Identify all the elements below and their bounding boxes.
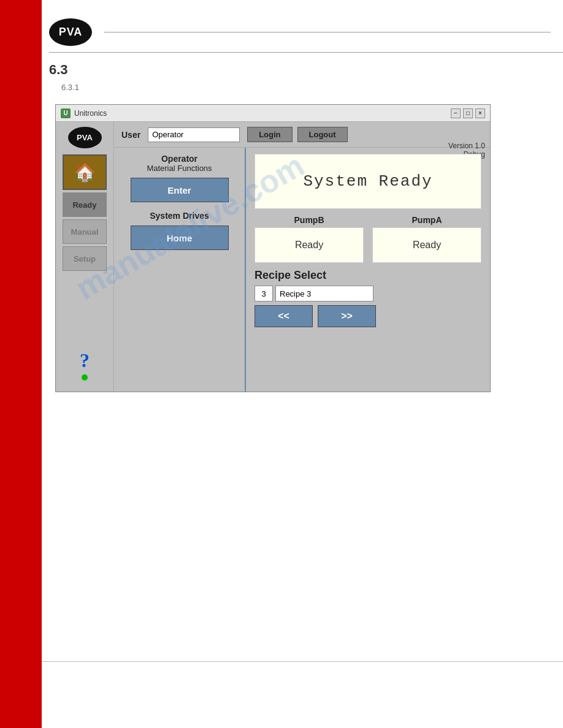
- pump-b-column: PumpB Ready: [255, 215, 364, 263]
- app-icon: U: [61, 108, 71, 118]
- title-bar: U Unitronics − □ ×: [56, 105, 490, 122]
- red-accent-bottom: [0, 605, 42, 728]
- content-area: Operator Material Functions Enter System…: [114, 148, 490, 392]
- pump-a-label: PumpA: [412, 215, 442, 225]
- operator-title-line1: Operator: [121, 154, 237, 164]
- window-sidebar: PVA 🏠 Ready Manual Setup ?: [56, 122, 114, 392]
- home-icon: 🏠: [74, 162, 96, 183]
- recipe-input-row: 3: [255, 286, 481, 301]
- operator-section: Operator Material Functions Enter: [121, 154, 237, 202]
- sidebar-manual-label: Manual: [71, 227, 99, 237]
- home-button[interactable]: 🏠: [63, 154, 107, 190]
- recipe-title: Recipe Select: [255, 269, 481, 282]
- sidebar-item-ready[interactable]: Ready: [63, 192, 107, 217]
- recipe-number: 3: [255, 286, 273, 301]
- pumps-row: PumpB Ready PumpA Ready: [255, 215, 481, 263]
- recipe-prev-button[interactable]: <<: [255, 305, 313, 327]
- sidebar-ready-label: Ready: [72, 200, 96, 210]
- maximize-button[interactable]: □: [463, 108, 473, 118]
- close-button[interactable]: ×: [475, 108, 485, 118]
- pump-b-status: Ready: [255, 227, 364, 263]
- recipe-section: Recipe Select 3 << >>: [255, 269, 481, 327]
- sidebar-pva-logo: PVA: [68, 127, 102, 148]
- enter-button[interactable]: Enter: [131, 178, 229, 202]
- system-drives-section: System Drives Home: [121, 211, 237, 250]
- pump-b-label: PumpB: [294, 215, 324, 225]
- minimize-button[interactable]: −: [451, 108, 461, 118]
- pva-logo: PVA: [49, 18, 92, 46]
- status-indicator: [82, 374, 88, 381]
- pump-a-column: PumpA Ready: [372, 215, 481, 263]
- sub-heading: 6.3.1: [49, 83, 563, 92]
- window-controls: − □ ×: [451, 108, 485, 118]
- logo-text: PVA: [59, 26, 83, 39]
- user-input[interactable]: [148, 127, 240, 142]
- sidebar-item-manual[interactable]: Manual: [63, 219, 107, 244]
- pump-a-status-text: Ready: [413, 240, 441, 251]
- system-ready-box: System Ready: [255, 154, 481, 209]
- page-header: PVA: [49, 12, 563, 53]
- left-panel: Operator Material Functions Enter System…: [114, 148, 246, 392]
- recipe-name-input[interactable]: [275, 286, 373, 301]
- window-main-content: User Login Logout Operator: [114, 122, 490, 392]
- user-buttons: Login Logout: [247, 127, 347, 142]
- login-button[interactable]: Login: [247, 127, 292, 142]
- window-body: Version 1.0 Debug PVA 🏠 Ready Manual: [56, 122, 490, 392]
- user-label: User: [121, 130, 140, 140]
- right-panel: System Ready PumpB Ready PumpA: [246, 148, 490, 392]
- app-icon-letter: U: [63, 110, 67, 116]
- logout-button[interactable]: Logout: [297, 127, 348, 142]
- section-heading: 6.3: [49, 62, 563, 78]
- help-icon[interactable]: ?: [80, 349, 90, 372]
- operator-title-line2: Material Functions: [121, 164, 237, 173]
- sidebar-item-setup[interactable]: Setup: [63, 246, 107, 271]
- pump-a-status: Ready: [372, 227, 481, 263]
- pump-b-status-text: Ready: [295, 240, 323, 251]
- recipe-nav-row: << >>: [255, 305, 481, 327]
- unitronics-window: U Unitronics − □ × Version 1.0 Debug PVA: [55, 104, 491, 392]
- recipe-next-button[interactable]: >>: [318, 305, 376, 327]
- system-drives-home-button[interactable]: Home: [131, 226, 229, 250]
- system-ready-text: System Ready: [303, 172, 432, 191]
- window-title: Unitronics: [74, 109, 451, 118]
- sidebar-setup-label: Setup: [74, 254, 96, 264]
- user-section: User Login Logout: [114, 122, 490, 148]
- bottom-line: [42, 661, 563, 662]
- system-drives-title: System Drives: [121, 211, 237, 221]
- sidebar-logo-text: PVA: [77, 133, 93, 142]
- header-divider: [104, 32, 551, 32]
